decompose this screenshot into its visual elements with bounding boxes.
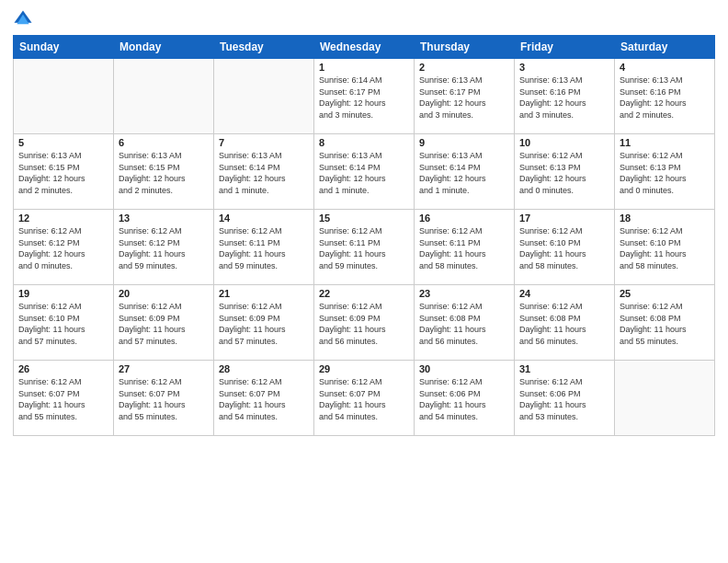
calendar-cell [114,59,214,134]
day-info: Sunrise: 6:12 AMSunset: 6:07 PMDaylight:… [219,376,309,422]
calendar-cell: 15Sunrise: 6:12 AMSunset: 6:11 PMDayligh… [314,210,415,285]
day-number: 21 [219,288,309,299]
day-number: 23 [419,288,509,299]
day-info: Sunrise: 6:12 AMSunset: 6:11 PMDaylight:… [319,225,409,271]
day-info: Sunrise: 6:12 AMSunset: 6:10 PMDaylight:… [620,225,710,271]
weekday-header-friday: Friday [515,36,615,59]
logo [13,9,37,29]
calendar-cell: 17Sunrise: 6:12 AMSunset: 6:10 PMDayligh… [515,210,615,285]
day-info: Sunrise: 6:12 AMSunset: 6:06 PMDaylight:… [419,376,509,422]
day-number: 3 [519,62,609,73]
calendar: SundayMondayTuesdayWednesdayThursdayFrid… [13,35,715,436]
calendar-cell: 4Sunrise: 6:13 AMSunset: 6:16 PMDaylight… [615,59,715,134]
week-row-2: 12Sunrise: 6:12 AMSunset: 6:12 PMDayligh… [14,210,715,285]
weekday-header-tuesday: Tuesday [214,36,314,59]
day-number: 4 [620,62,710,73]
week-row-4: 26Sunrise: 6:12 AMSunset: 6:07 PMDayligh… [14,361,715,436]
calendar-cell: 28Sunrise: 6:12 AMSunset: 6:07 PMDayligh… [214,361,314,436]
calendar-cell [214,59,314,134]
calendar-cell: 30Sunrise: 6:12 AMSunset: 6:06 PMDayligh… [415,361,515,436]
calendar-cell: 19Sunrise: 6:12 AMSunset: 6:10 PMDayligh… [14,285,114,361]
day-info: Sunrise: 6:13 AMSunset: 6:15 PMDaylight:… [18,150,108,196]
day-number: 11 [620,137,710,148]
day-info: Sunrise: 6:13 AMSunset: 6:14 PMDaylight:… [219,150,309,196]
calendar-cell: 22Sunrise: 6:12 AMSunset: 6:09 PMDayligh… [314,285,415,361]
header [13,9,715,29]
day-number: 10 [519,137,609,148]
day-number: 30 [419,363,509,374]
week-row-0: 1Sunrise: 6:14 AMSunset: 6:17 PMDaylight… [14,59,715,134]
day-number: 20 [119,288,209,299]
day-number: 15 [319,213,409,224]
calendar-cell: 27Sunrise: 6:12 AMSunset: 6:07 PMDayligh… [114,361,214,436]
calendar-cell: 21Sunrise: 6:12 AMSunset: 6:09 PMDayligh… [214,285,314,361]
calendar-cell: 9Sunrise: 6:13 AMSunset: 6:14 PMDaylight… [415,134,515,210]
calendar-cell: 8Sunrise: 6:13 AMSunset: 6:14 PMDaylight… [314,134,415,210]
day-number: 1 [319,62,409,73]
day-number: 24 [519,288,609,299]
week-row-1: 5Sunrise: 6:13 AMSunset: 6:15 PMDaylight… [14,134,715,210]
weekday-header-thursday: Thursday [415,36,515,59]
day-info: Sunrise: 6:13 AMSunset: 6:15 PMDaylight:… [119,150,209,196]
calendar-cell: 26Sunrise: 6:12 AMSunset: 6:07 PMDayligh… [14,361,114,436]
weekday-header-row: SundayMondayTuesdayWednesdayThursdayFrid… [14,36,715,59]
day-info: Sunrise: 6:12 AMSunset: 6:12 PMDaylight:… [119,225,209,271]
calendar-cell: 20Sunrise: 6:12 AMSunset: 6:09 PMDayligh… [114,285,214,361]
day-info: Sunrise: 6:12 AMSunset: 6:07 PMDaylight:… [119,376,209,422]
day-info: Sunrise: 6:12 AMSunset: 6:10 PMDaylight:… [519,225,609,271]
day-number: 9 [419,137,509,148]
day-number: 28 [219,363,309,374]
calendar-cell: 1Sunrise: 6:14 AMSunset: 6:17 PMDaylight… [314,59,415,134]
day-info: Sunrise: 6:12 AMSunset: 6:13 PMDaylight:… [620,150,710,196]
day-info: Sunrise: 6:12 AMSunset: 6:11 PMDaylight:… [219,225,309,271]
day-number: 29 [319,363,409,374]
calendar-cell: 25Sunrise: 6:12 AMSunset: 6:08 PMDayligh… [615,285,715,361]
weekday-header-wednesday: Wednesday [314,36,415,59]
calendar-cell: 2Sunrise: 6:13 AMSunset: 6:17 PMDaylight… [415,59,515,134]
weekday-header-saturday: Saturday [615,36,715,59]
day-number: 27 [119,363,209,374]
day-info: Sunrise: 6:12 AMSunset: 6:07 PMDaylight:… [319,376,409,422]
weekday-header-monday: Monday [114,36,214,59]
day-info: Sunrise: 6:12 AMSunset: 6:10 PMDaylight:… [18,301,108,347]
day-number: 26 [18,363,108,374]
day-info: Sunrise: 6:13 AMSunset: 6:16 PMDaylight:… [620,75,710,121]
calendar-cell: 7Sunrise: 6:13 AMSunset: 6:14 PMDaylight… [214,134,314,210]
day-info: Sunrise: 6:12 AMSunset: 6:11 PMDaylight:… [419,225,509,271]
day-info: Sunrise: 6:14 AMSunset: 6:17 PMDaylight:… [319,75,409,121]
day-number: 16 [419,213,509,224]
logo-icon [13,9,33,29]
day-number: 31 [519,363,609,374]
calendar-cell: 10Sunrise: 6:12 AMSunset: 6:13 PMDayligh… [515,134,615,210]
calendar-cell [615,361,715,436]
day-info: Sunrise: 6:12 AMSunset: 6:09 PMDaylight:… [119,301,209,347]
calendar-cell: 3Sunrise: 6:13 AMSunset: 6:16 PMDaylight… [515,59,615,134]
day-number: 22 [319,288,409,299]
calendar-cell: 13Sunrise: 6:12 AMSunset: 6:12 PMDayligh… [114,210,214,285]
day-number: 6 [119,137,209,148]
day-number: 18 [620,213,710,224]
day-info: Sunrise: 6:13 AMSunset: 6:14 PMDaylight:… [419,150,509,196]
day-info: Sunrise: 6:13 AMSunset: 6:17 PMDaylight:… [419,75,509,121]
day-number: 19 [18,288,108,299]
day-number: 8 [319,137,409,148]
calendar-cell: 12Sunrise: 6:12 AMSunset: 6:12 PMDayligh… [14,210,114,285]
day-info: Sunrise: 6:12 AMSunset: 6:08 PMDaylight:… [419,301,509,347]
week-row-3: 19Sunrise: 6:12 AMSunset: 6:10 PMDayligh… [14,285,715,361]
day-number: 13 [119,213,209,224]
calendar-cell: 5Sunrise: 6:13 AMSunset: 6:15 PMDaylight… [14,134,114,210]
calendar-cell: 29Sunrise: 6:12 AMSunset: 6:07 PMDayligh… [314,361,415,436]
calendar-cell: 31Sunrise: 6:12 AMSunset: 6:06 PMDayligh… [515,361,615,436]
day-number: 14 [219,213,309,224]
day-info: Sunrise: 6:12 AMSunset: 6:08 PMDaylight:… [519,301,609,347]
calendar-cell: 23Sunrise: 6:12 AMSunset: 6:08 PMDayligh… [415,285,515,361]
day-info: Sunrise: 6:12 AMSunset: 6:09 PMDaylight:… [319,301,409,347]
day-info: Sunrise: 6:12 AMSunset: 6:12 PMDaylight:… [18,225,108,271]
calendar-cell: 18Sunrise: 6:12 AMSunset: 6:10 PMDayligh… [615,210,715,285]
day-number: 25 [620,288,710,299]
calendar-cell: 24Sunrise: 6:12 AMSunset: 6:08 PMDayligh… [515,285,615,361]
day-number: 12 [18,213,108,224]
calendar-cell [14,59,114,134]
day-info: Sunrise: 6:12 AMSunset: 6:13 PMDaylight:… [519,150,609,196]
day-info: Sunrise: 6:12 AMSunset: 6:06 PMDaylight:… [519,376,609,422]
